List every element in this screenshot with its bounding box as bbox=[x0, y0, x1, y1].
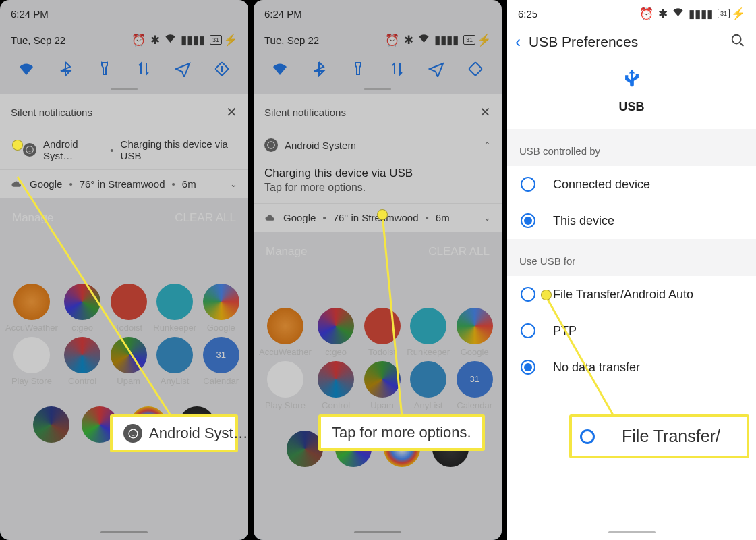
quick-settings-row bbox=[254, 47, 502, 88]
app-accuweather[interactable]: AccuWeather bbox=[5, 284, 58, 333]
drag-handle[interactable] bbox=[111, 88, 138, 90]
manage-row: Manage CLEAR ALL bbox=[0, 198, 248, 233]
manage-button[interactable]: Manage bbox=[266, 245, 307, 259]
app-upam[interactable]: Upam bbox=[107, 337, 150, 386]
chevron-down-icon[interactable]: ⌄ bbox=[230, 179, 237, 189]
qs-airplane[interactable] bbox=[427, 59, 446, 78]
usb-label: USB bbox=[507, 100, 756, 114]
status-date: Tue, Sep 22 bbox=[11, 34, 65, 46]
option-connected-device[interactable]: Connected device bbox=[507, 166, 756, 202]
notification-android-system-header[interactable]: Android System ⌃ bbox=[254, 130, 502, 160]
radio-icon bbox=[521, 360, 535, 375]
notification-title: Charging this device via USB bbox=[264, 167, 491, 180]
weather-provider: Google bbox=[283, 212, 316, 223]
app-upam[interactable]: Upam bbox=[360, 361, 404, 410]
app-calendar[interactable]: 31Calendar bbox=[453, 361, 496, 410]
silent-header: Silent notifications ✕ bbox=[254, 94, 502, 130]
highlight-dot bbox=[541, 290, 552, 300]
option-label: PTP bbox=[553, 324, 577, 338]
cloud-icon bbox=[11, 180, 23, 189]
notification-android-system[interactable]: Android Syst… • Charging this device via… bbox=[0, 130, 248, 169]
nav-indicator[interactable] bbox=[354, 531, 401, 533]
app-cgeo[interactable]: c:geo bbox=[314, 308, 358, 357]
app-anylist[interactable]: AnyList bbox=[407, 361, 450, 410]
svg-point-1 bbox=[26, 146, 34, 154]
app-google[interactable]: Google bbox=[199, 284, 243, 333]
app-todoist[interactable]: Todoist bbox=[360, 308, 404, 357]
clear-all-button[interactable]: CLEAR ALL bbox=[175, 211, 236, 225]
nav-indicator[interactable] bbox=[608, 531, 656, 533]
page-header: ‹ USB Preferences bbox=[507, 27, 756, 61]
alarm-icon: ⏰ bbox=[385, 33, 399, 47]
qs-bluetooth[interactable] bbox=[56, 59, 75, 78]
chevron-down-icon[interactable]: ⌄ bbox=[484, 213, 491, 223]
qs-wifi[interactable] bbox=[270, 59, 289, 78]
svg-line-8 bbox=[740, 43, 744, 47]
app-control[interactable]: Control bbox=[314, 361, 358, 410]
wifi-icon bbox=[672, 6, 684, 21]
svg-point-3 bbox=[129, 429, 138, 438]
qs-bluetooth[interactable] bbox=[310, 59, 328, 78]
close-icon[interactable]: ✕ bbox=[479, 104, 491, 120]
option-no-data-transfer[interactable]: No data transfer bbox=[507, 349, 756, 385]
option-ptp[interactable]: PTP bbox=[507, 313, 756, 349]
notification-android-system-body[interactable]: Charging this device via USB Tap for mor… bbox=[254, 160, 502, 203]
notification-weather[interactable]: Google • 76° in Streamwood • 6m ⌄ bbox=[0, 169, 248, 198]
signal-icon: ▮▮▮▮ bbox=[181, 33, 205, 47]
status-time: 6:25 bbox=[518, 8, 537, 20]
app-playstore[interactable]: Play Store bbox=[5, 337, 58, 386]
app-google[interactable]: Google bbox=[453, 308, 496, 357]
folder-1[interactable] bbox=[287, 431, 323, 467]
silent-header: Silent notifications ✕ bbox=[0, 94, 248, 130]
app-accuweather[interactable]: AccuWeather bbox=[259, 308, 312, 357]
app-playstore[interactable]: Play Store bbox=[259, 361, 312, 410]
status-bar: 6:24 PM bbox=[0, 0, 248, 27]
qs-autorotate[interactable] bbox=[466, 59, 485, 78]
screen-2-notification-expanded: 6:24 PM Tue, Sep 22 ⏰ ✱ ▮▮▮▮ 31⚡ Silent … bbox=[254, 0, 502, 540]
qs-autorotate[interactable] bbox=[212, 59, 231, 78]
date-row: Tue, Sep 22 ⏰ ✱ ▮▮▮▮ 31⚡ bbox=[254, 27, 502, 47]
app-runkeeper[interactable]: Runkeeper bbox=[153, 284, 197, 333]
signal-icon: ▮▮▮▮ bbox=[434, 33, 459, 47]
highlight-dot bbox=[377, 209, 388, 220]
weather-provider: Google bbox=[30, 178, 62, 190]
app-drawer-background: AccuWeather c:geo Todoist Runkeeper Goog… bbox=[0, 267, 248, 540]
option-file-transfer[interactable]: File Transfer/Android Auto bbox=[507, 276, 756, 313]
callout-text: File Transfer/ bbox=[622, 427, 720, 446]
callout-file-transfer: File Transfer/ bbox=[569, 414, 749, 458]
bluetooth-icon: ✱ bbox=[658, 7, 668, 21]
svg-point-7 bbox=[732, 35, 741, 44]
qs-data[interactable] bbox=[134, 59, 153, 78]
search-icon[interactable] bbox=[730, 33, 745, 51]
screen-1-notification-shade: 6:24 PM Tue, Sep 22 ⏰ ✱ ▮▮▮▮ 31⚡ Silent … bbox=[0, 0, 248, 540]
option-this-device[interactable]: This device bbox=[507, 202, 756, 239]
qs-flashlight[interactable] bbox=[349, 59, 368, 78]
nav-indicator[interactable] bbox=[100, 531, 148, 533]
status-bar: 6:24 PM bbox=[254, 0, 502, 27]
back-icon[interactable]: ‹ bbox=[515, 32, 521, 51]
wifi-icon bbox=[418, 32, 430, 47]
app-calendar[interactable]: 31Calendar bbox=[199, 337, 243, 386]
qs-wifi[interactable] bbox=[17, 59, 36, 78]
manage-button[interactable]: Manage bbox=[12, 211, 53, 225]
chevron-up-icon[interactable]: ⌃ bbox=[484, 140, 491, 151]
qs-data[interactable] bbox=[388, 59, 407, 78]
drag-handle[interactable] bbox=[364, 88, 391, 90]
qs-flashlight[interactable] bbox=[95, 59, 114, 78]
battery-icon: 31⚡ bbox=[718, 7, 745, 21]
qs-airplane[interactable] bbox=[173, 59, 192, 78]
status-date: Tue, Sep 22 bbox=[264, 34, 319, 46]
callout-text: Android Syst… bbox=[149, 425, 248, 442]
app-control[interactable]: Control bbox=[61, 337, 105, 386]
app-cgeo[interactable]: c:geo bbox=[61, 284, 105, 333]
app-anylist[interactable]: AnyList bbox=[153, 337, 197, 386]
clear-all-button[interactable]: CLEAR ALL bbox=[428, 245, 490, 259]
folder-1[interactable] bbox=[33, 406, 69, 443]
svg-rect-4 bbox=[469, 62, 482, 76]
app-todoist[interactable]: Todoist bbox=[107, 284, 150, 333]
close-icon[interactable]: ✕ bbox=[226, 104, 237, 120]
battery-icon: 31⚡ bbox=[210, 33, 237, 47]
battery-icon: 31⚡ bbox=[463, 33, 491, 47]
app-runkeeper[interactable]: Runkeeper bbox=[407, 308, 450, 357]
wifi-icon bbox=[165, 32, 176, 47]
